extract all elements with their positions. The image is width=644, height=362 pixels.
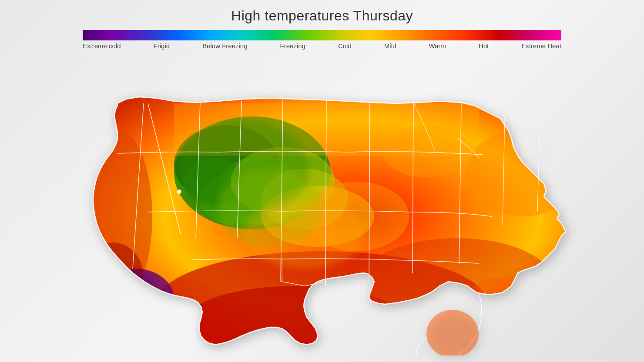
svg-point-37 (426, 310, 479, 355)
svg-point-25 (94, 271, 159, 323)
legend-warm: Warm (429, 42, 446, 50)
legend-extreme-cold: Extreme cold (83, 42, 121, 50)
legend-extreme-heat: Extreme Heat (521, 42, 561, 50)
svg-point-19 (466, 130, 579, 216)
svg-point-21 (466, 277, 535, 329)
legend-frigid: Frigid (154, 42, 170, 50)
legend-cold: Cold (338, 42, 352, 50)
legend: Extreme cold Frigid Below Freezing Freez… (0, 30, 644, 50)
legend-mild: Mild (384, 42, 396, 50)
legend-below-freezing: Below Freezing (202, 42, 247, 50)
map-container (0, 51, 644, 355)
svg-point-15 (96, 269, 174, 329)
svg-point-24 (244, 199, 366, 269)
temperature-map (0, 51, 644, 355)
page-title: High temperatures Thursday (0, 8, 644, 24)
color-bar (83, 30, 561, 40)
svg-point-38 (177, 189, 181, 194)
page-header: High temperatures Thursday (0, 0, 644, 27)
legend-freezing: Freezing (280, 42, 305, 50)
legend-hot: Hot (479, 42, 489, 50)
legend-labels: Extreme cold Frigid Below Freezing Freez… (83, 42, 561, 50)
svg-point-16 (100, 282, 152, 325)
